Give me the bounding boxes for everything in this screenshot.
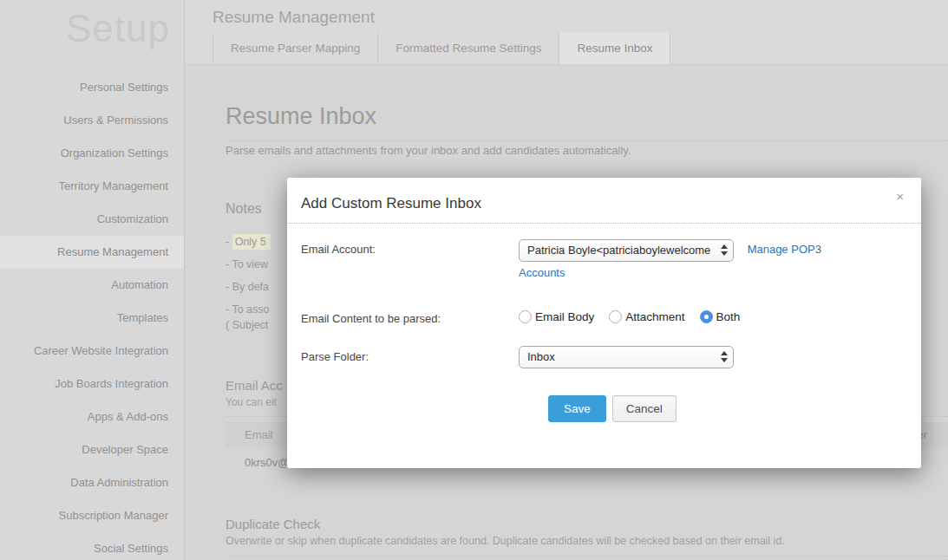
note-highlighted-text: Only 5 <box>232 234 271 250</box>
note-text: To asso <box>232 303 269 316</box>
email-content-label: Email Content to be parsed: <box>301 308 519 325</box>
note-bullet: - <box>226 303 229 316</box>
email-content-radio-group: Email Body Attachment Both <box>519 308 907 323</box>
note-text: To view <box>232 258 268 270</box>
column-header-email: Email <box>226 428 273 441</box>
dialog-title: Add Custom Resume Inbox <box>301 195 907 212</box>
email-account-selected-value: Patricia Boyle<patriciaboylewelcome <box>527 239 716 262</box>
parse-folder-selected-value: Inbox <box>527 350 716 363</box>
radio-both[interactable]: Both <box>700 310 741 323</box>
sidebar-item-subscription-manager[interactable]: Subscription Manager <box>0 499 184 532</box>
setup-sidebar: Setup Personal Settings Users & Permissi… <box>0 0 185 560</box>
radio-selected-circle-icon <box>700 310 713 323</box>
sidebar-item-data-administration[interactable]: Data Administration <box>0 466 184 499</box>
sidebar-item-social-settings[interactable]: Social Settings <box>0 532 184 560</box>
note-text: ( Subject <box>226 319 268 331</box>
sidebar-item-apps-addons[interactable]: Apps & Add-ons <box>0 400 184 433</box>
section-header: Resume Management Resume Parser Mapping … <box>185 0 948 65</box>
close-icon[interactable]: × <box>896 190 904 203</box>
email-account-field: Patricia Boyle<patriciaboylewelcome Mana… <box>519 238 907 284</box>
duplicate-check-description: Overwrite or skip when duplicate candida… <box>226 535 948 557</box>
page-description: Parse emails and attachments from your i… <box>226 144 631 157</box>
sidebar-item-organization-settings[interactable]: Organization Settings <box>0 137 184 170</box>
sidebar-item-developer-space[interactable]: Developer Space <box>0 433 184 466</box>
email-content-row: Email Content to be parsed: Email Body A… <box>301 308 907 325</box>
sidebar-item-territory-management[interactable]: Territory Management <box>0 170 184 203</box>
sidebar-item-career-website-integration[interactable]: Career Website Integration <box>0 335 184 368</box>
note-bullet: - <box>226 281 229 293</box>
duplicate-check-section: Duplicate Check Overwrite or skip when d… <box>226 517 948 557</box>
sidebar-item-automation[interactable]: Automation <box>0 269 184 302</box>
select-stepper-icon <box>721 351 728 362</box>
dialog-form: Email Account: Patricia Boyle<patriciabo… <box>287 238 921 422</box>
tab-bar: Resume Parser Mapping Formatted Resume S… <box>212 32 670 64</box>
page-title: Resume Inbox <box>226 103 948 141</box>
radio-both-label: Both <box>716 310 741 323</box>
sidebar-item-job-boards-integration[interactable]: Job Boards Integration <box>0 368 184 400</box>
section-title: Resume Management <box>212 8 375 27</box>
dialog-header: Add Custom Resume Inbox <box>287 178 921 224</box>
email-account-row: Email Account: Patricia Boyle<patriciabo… <box>301 238 907 284</box>
tab-resume-parser-mapping[interactable]: Resume Parser Mapping <box>212 32 378 64</box>
duplicate-check-title: Duplicate Check <box>226 517 948 531</box>
radio-email-body-label: Email Body <box>535 310 594 323</box>
add-custom-resume-inbox-dialog: × Add Custom Resume Inbox Email Account:… <box>287 178 921 468</box>
radio-attachment-label: Attachment <box>625 310 684 323</box>
sidebar-item-users-permissions[interactable]: Users & Permissions <box>0 104 184 137</box>
radio-attachment[interactable]: Attachment <box>609 310 684 323</box>
parse-folder-label: Parse Folder: <box>301 346 519 363</box>
sidebar-item-personal-settings[interactable]: Personal Settings <box>0 71 184 104</box>
email-account-label: Email Account: <box>301 238 519 256</box>
sidebar-item-resume-management[interactable]: Resume Management <box>0 236 184 269</box>
radio-circle-icon <box>519 310 532 323</box>
parse-folder-select[interactable]: Inbox <box>519 346 734 368</box>
radio-email-body[interactable]: Email Body <box>519 310 594 323</box>
note-text: By defa <box>232 281 269 293</box>
cancel-button[interactable]: Cancel <box>612 395 677 422</box>
dialog-actions: Save Cancel <box>548 395 907 422</box>
sidebar-item-templates[interactable]: Templates <box>0 302 184 335</box>
tab-resume-inbox[interactable]: Resume Inbox <box>559 32 670 64</box>
radio-circle-icon <box>609 310 622 323</box>
save-button[interactable]: Save <box>548 395 606 422</box>
note-bullet: - <box>226 236 229 248</box>
sidebar-item-customization[interactable]: Customization <box>0 203 184 236</box>
setup-title: Setup <box>66 7 170 50</box>
parse-folder-field: Inbox <box>519 346 907 368</box>
note-bullet: - <box>226 258 229 270</box>
sidebar-menu: Personal Settings Users & Permissions Or… <box>0 71 184 560</box>
tab-formatted-resume-settings[interactable]: Formatted Resume Settings <box>378 32 559 64</box>
email-account-select[interactable]: Patricia Boyle<patriciaboylewelcome <box>519 239 734 262</box>
select-stepper-icon <box>721 244 728 256</box>
parse-folder-row: Parse Folder: Inbox <box>301 346 907 368</box>
